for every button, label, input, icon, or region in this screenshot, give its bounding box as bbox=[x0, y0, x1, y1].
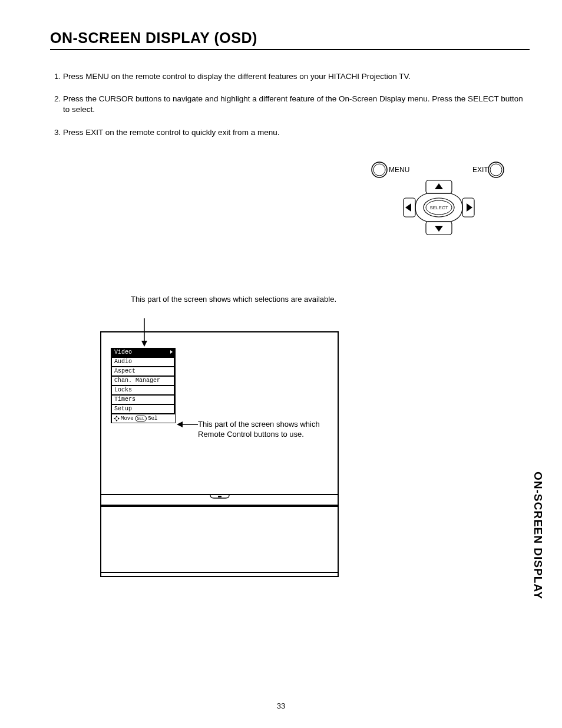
instruction-list: Press MENU on the remote control to disp… bbox=[50, 71, 530, 138]
section-tab: ON-SCREEN DISPLAY bbox=[531, 472, 544, 599]
osd-item-audio: Audio bbox=[111, 357, 176, 367]
callout-selections: This part of the screen shows which sele… bbox=[131, 295, 348, 305]
sel-oval-icon: SEL bbox=[135, 416, 147, 421]
tv-screen: Video Audio Aspect Chan. Manager Locks T… bbox=[100, 331, 339, 495]
svg-marker-11 bbox=[467, 203, 472, 212]
osd-item-setup: Setup bbox=[111, 404, 176, 414]
osd-item-video: Video bbox=[111, 348, 176, 357]
osd-item-locks: Locks bbox=[111, 386, 176, 395]
menu-label: MENU bbox=[389, 166, 409, 174]
svg-point-0 bbox=[372, 162, 387, 177]
svg-point-1 bbox=[373, 164, 385, 176]
tv-notch-icon bbox=[209, 495, 230, 500]
svg-point-2 bbox=[488, 162, 504, 177]
svg-marker-18 bbox=[114, 417, 115, 420]
svg-marker-17 bbox=[115, 420, 118, 421]
callout-remote-buttons: This part of the screen shows which Remo… bbox=[198, 420, 328, 440]
tv-figure: This part of the screen shows which sele… bbox=[100, 295, 348, 577]
svg-marker-9 bbox=[405, 203, 411, 212]
osd-hint-bar: Move SEL Sel bbox=[111, 414, 176, 423]
remote-figure: MENU EXIT SELECT bbox=[369, 156, 506, 244]
tv-base bbox=[100, 495, 339, 577]
svg-marker-19 bbox=[118, 417, 120, 420]
svg-marker-21 bbox=[177, 421, 183, 427]
svg-marker-7 bbox=[435, 226, 443, 232]
osd-item-timers: Timers bbox=[111, 395, 176, 404]
move-arrows-icon bbox=[114, 416, 120, 421]
step-1: Press MENU on the remote control to disp… bbox=[63, 71, 530, 82]
svg-rect-22 bbox=[218, 496, 222, 498]
exit-label: EXIT bbox=[472, 166, 488, 174]
svg-marker-16 bbox=[115, 416, 118, 417]
page-number: 33 bbox=[277, 701, 285, 710]
osd-item-chanmgr: Chan. Manager bbox=[111, 376, 176, 386]
svg-marker-5 bbox=[435, 183, 443, 189]
step-2: Press the CURSOR buttons to navigate and… bbox=[63, 94, 530, 115]
select-label: SELECT bbox=[429, 205, 448, 210]
osd-item-aspect: Aspect bbox=[111, 367, 176, 376]
step-3: Press EXIT on the remote control to quic… bbox=[63, 127, 530, 138]
osd-menu: Video Audio Aspect Chan. Manager Locks T… bbox=[111, 348, 176, 423]
arrow-left-icon bbox=[177, 421, 198, 427]
page-title: ON-SCREEN DISPLAY (OSD) bbox=[50, 29, 530, 50]
svg-point-3 bbox=[490, 164, 502, 176]
